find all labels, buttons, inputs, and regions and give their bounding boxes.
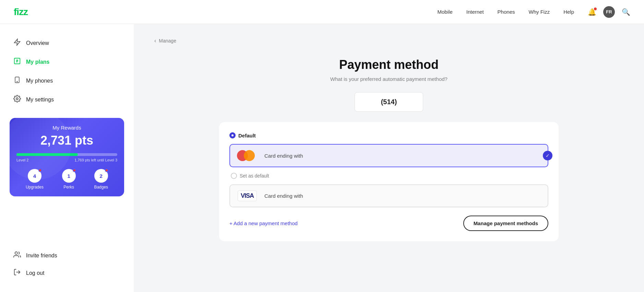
visa-label: Card ending with <box>264 193 541 199</box>
badge-perks-label: Perks <box>63 185 74 190</box>
log-out-icon <box>13 268 21 278</box>
sidebar-item-my-settings[interactable]: My settings <box>7 91 127 108</box>
nav-internet[interactable]: Internet <box>466 9 484 15</box>
layout: Overview My plans My phones My settings … <box>0 24 644 292</box>
search-icon[interactable]: 🔍 <box>622 8 630 16</box>
rewards-progress-fill <box>16 153 78 156</box>
set-default-radio[interactable] <box>231 173 237 179</box>
sidebar-label-log-out: Log out <box>26 270 44 276</box>
nav-mobile[interactable]: Mobile <box>438 9 453 15</box>
sidebar-label-overview: Overview <box>26 40 49 46</box>
breadcrumb-arrow-icon: ‹ <box>154 38 156 44</box>
sidebar-label-invite-friends: Invite friends <box>26 253 57 259</box>
sidebar-bottom: Invite friends Log out <box>7 240 127 282</box>
nav-why-fizz[interactable]: Why Fizz <box>528 9 550 15</box>
set-as-default-row: Set as default <box>229 173 548 179</box>
rewards-progress-bar <box>16 153 117 156</box>
mastercard-label: Card ending with <box>264 153 541 159</box>
rewards-badges: 4 Upgrades 1 Perks 2 <box>16 169 117 190</box>
my-phones-icon <box>13 76 21 85</box>
sidebar-label-my-settings: My settings <box>26 97 54 103</box>
notification-icon[interactable]: 🔔 <box>588 8 596 16</box>
main-content: ‹ Manage Payment method What is your pre… <box>134 24 644 292</box>
nav-phones[interactable]: Phones <box>498 9 515 15</box>
badge-badges[interactable]: 2 Badges <box>94 169 108 190</box>
sidebar-item-my-phones[interactable]: My phones <box>7 72 127 89</box>
notification-dot <box>594 8 597 10</box>
invite-friends-icon <box>13 251 21 260</box>
badge-badges-circle: 2 <box>94 169 108 183</box>
selected-check-icon: ✓ <box>543 151 552 160</box>
my-plans-icon <box>13 57 21 66</box>
phone-number-display: (514) <box>355 92 423 112</box>
mastercard-logo <box>237 150 258 161</box>
svg-point-3 <box>16 98 18 100</box>
sidebar-item-overview[interactable]: Overview <box>7 34 127 52</box>
breadcrumb[interactable]: ‹ Manage <box>154 38 623 44</box>
card-option-mastercard[interactable]: Card ending with ✓ <box>229 144 548 167</box>
rewards-levels: Level 2 1,769 pts left until Level 3 <box>16 158 117 162</box>
visa-logo-mark: VISA <box>238 191 257 201</box>
sidebar-log-out[interactable]: Log out <box>7 264 127 282</box>
default-radio[interactable] <box>229 132 236 138</box>
badge-upgrades-dot <box>38 169 42 172</box>
badge-upgrades[interactable]: 4 Upgrades <box>26 169 44 190</box>
rewards-card: My Rewards 2,731 pts Level 2 1,769 pts l… <box>10 118 124 196</box>
rewards-level-next: 1,769 pts left until Level 3 <box>74 158 117 162</box>
default-text: Default <box>238 133 256 138</box>
rewards-points: 2,731 pts <box>16 133 117 148</box>
rewards-level-current: Level 2 <box>16 158 28 162</box>
visa-logo: VISA <box>237 191 258 201</box>
sidebar-invite-friends[interactable]: Invite friends <box>7 247 127 264</box>
header-icons: 🔔 FR 🔍 <box>588 6 630 18</box>
overview-icon <box>13 38 21 48</box>
badge-perks-dot <box>73 169 76 172</box>
breadcrumb-label: Manage <box>159 38 176 44</box>
my-settings-icon <box>13 95 21 104</box>
add-payment-link[interactable]: + Add a new payment method <box>229 220 298 226</box>
payment-card-container: Default Card ending with ✓ Set as defaul… <box>219 122 559 241</box>
main-nav: Mobile Internet Phones Why Fizz Help <box>438 9 574 15</box>
sidebar-label-my-phones: My phones <box>26 78 53 84</box>
card-option-visa[interactable]: VISA Card ending with <box>229 184 548 207</box>
badge-badges-dot <box>105 169 108 172</box>
badge-perks[interactable]: 1 Perks <box>62 169 76 190</box>
bottom-actions: + Add a new payment method Manage paymen… <box>229 216 548 231</box>
badge-upgrades-circle: 4 <box>28 169 41 183</box>
set-default-label: Set as default <box>240 173 269 179</box>
svg-point-4 <box>15 252 17 254</box>
logo[interactable]: fizz <box>14 7 28 17</box>
nav-help[interactable]: Help <box>563 9 574 15</box>
badge-upgrades-label: Upgrades <box>26 185 44 190</box>
sidebar: Overview My plans My phones My settings … <box>0 24 134 292</box>
svg-point-2 <box>17 81 17 82</box>
page-subtitle: What is your preferred automatic payment… <box>154 76 623 82</box>
rewards-title: My Rewards <box>16 125 117 131</box>
mc-circle-orange <box>244 150 255 161</box>
page-title: Payment method <box>154 58 623 72</box>
badge-badges-label: Badges <box>94 185 108 190</box>
badge-perks-circle: 1 <box>62 169 76 183</box>
language-switcher[interactable]: FR <box>603 6 615 18</box>
sidebar-label-my-plans: My plans <box>26 59 49 65</box>
manage-payment-methods-button[interactable]: Manage payment methods <box>463 216 548 231</box>
default-label: Default <box>229 132 548 138</box>
sidebar-item-my-plans[interactable]: My plans <box>7 53 127 71</box>
header: fizz Mobile Internet Phones Why Fizz Hel… <box>0 0 644 24</box>
